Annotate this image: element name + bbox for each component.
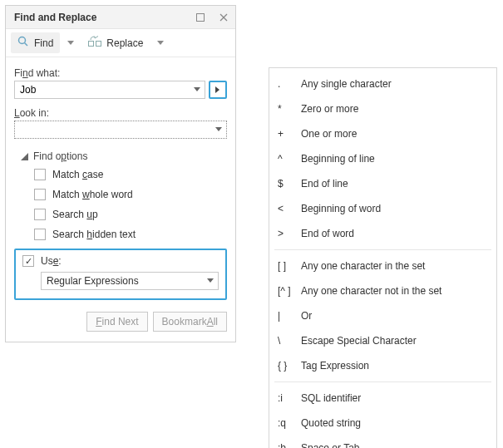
match-whole-word-checkbox[interactable] — [34, 189, 46, 200]
menu-item[interactable]: :bSpace or Tab — [269, 436, 496, 448]
look-in-combo[interactable] — [14, 121, 227, 139]
menu-symbol: ^ — [278, 153, 301, 165]
bookmark-all-button[interactable]: Bookmark All — [153, 312, 227, 332]
use-combo[interactable]: Regular Expressions — [41, 272, 219, 290]
dialog-title: Find and Replace — [14, 12, 189, 23]
tab-find-label: Find — [34, 37, 53, 49]
svg-marker-12 — [21, 153, 28, 160]
look-in-label: Look in: — [14, 107, 227, 119]
regex-helper-button[interactable] — [209, 81, 227, 99]
menu-symbol: | — [278, 310, 301, 322]
svg-marker-11 — [215, 127, 222, 131]
menu-separator — [274, 249, 491, 250]
use-label: Use: — [41, 255, 62, 267]
menu-label: End of line — [301, 178, 488, 190]
match-whole-word-row[interactable]: Match whole word — [34, 185, 227, 204]
search-hidden-text-row[interactable]: Search hidden text — [34, 225, 227, 244]
menu-label: Space or Tab — [301, 442, 488, 448]
menu-item[interactable]: ^Beginning of line — [269, 146, 496, 171]
svg-marker-13 — [207, 278, 214, 283]
menu-label: One or more — [301, 128, 488, 140]
menu-item[interactable]: <Beginning of word — [269, 196, 496, 221]
menu-item[interactable]: .Any single character — [269, 71, 496, 96]
find-options-label: Find options — [33, 150, 87, 162]
tab-replace[interactable]: Replace — [81, 32, 150, 53]
match-case-label: Match case — [52, 169, 103, 180]
menu-item[interactable]: |Or — [269, 303, 496, 328]
menu-label: Any one character in the set — [301, 260, 488, 272]
svg-marker-8 — [157, 41, 164, 45]
menu-item[interactable]: *Zero or more — [269, 96, 496, 121]
menu-label: Quoted string — [301, 417, 488, 429]
svg-marker-10 — [215, 86, 219, 93]
tab-find-dropdown[interactable] — [65, 33, 76, 53]
menu-item[interactable]: \Escape Special Character — [269, 328, 496, 353]
menu-symbol: < — [278, 203, 301, 214]
find-what-combo[interactable] — [14, 81, 205, 99]
menu-item[interactable]: :qQuoted string — [269, 411, 496, 436]
menu-symbol: + — [278, 128, 301, 140]
close-button[interactable] — [212, 6, 235, 29]
menu-label: Any one character not in the set — [301, 285, 488, 297]
menu-symbol: . — [278, 78, 301, 90]
find-options-header[interactable]: Find options — [21, 150, 227, 162]
search-hidden-text-label: Search hidden text — [52, 229, 136, 240]
use-group: Use: Regular Expressions — [14, 249, 227, 300]
menu-symbol: $ — [278, 178, 301, 190]
menu-label: End of word — [301, 228, 488, 239]
menu-separator — [274, 382, 491, 382]
search-up-row[interactable]: Search up — [34, 205, 227, 224]
dialog-body: Find what: Look in: — [6, 57, 235, 342]
tab-replace-label: Replace — [106, 37, 143, 49]
menu-symbol: * — [278, 103, 301, 115]
menu-item[interactable]: +One or more — [269, 121, 496, 146]
match-case-row[interactable]: Match case — [34, 165, 227, 184]
menu-label: SQL identifier — [301, 392, 488, 404]
find-what-input[interactable] — [20, 82, 188, 97]
menu-symbol: :b — [278, 442, 301, 448]
search-icon — [17, 36, 29, 50]
menu-symbol: [ ] — [278, 260, 301, 272]
svg-line-4 — [25, 43, 28, 47]
use-value: Regular Expressions — [47, 275, 139, 287]
menu-label: Beginning of line — [301, 153, 488, 165]
find-what-label: Find what: — [14, 67, 227, 79]
menu-symbol: :q — [278, 417, 301, 429]
tab-replace-dropdown[interactable] — [155, 33, 166, 53]
menu-item[interactable]: >End of word — [269, 221, 496, 246]
menu-label: Zero or more — [301, 103, 488, 115]
svg-rect-0 — [197, 13, 205, 21]
search-hidden-text-checkbox[interactable] — [34, 229, 46, 240]
menu-item[interactable]: [^ ]Any one character not in the set — [269, 278, 496, 303]
find-next-button[interactable]: Find Next — [86, 312, 147, 332]
find-what-dropdown[interactable] — [190, 81, 205, 98]
search-up-label: Search up — [52, 209, 98, 220]
replace-icon — [88, 36, 101, 50]
find-replace-dialog: Find and Replace Find Repla — [5, 5, 236, 342]
menu-item[interactable]: $End of line — [269, 171, 496, 196]
collapse-icon — [21, 153, 28, 160]
menu-symbol: [^ ] — [278, 285, 301, 297]
menu-symbol: :i — [278, 392, 301, 404]
look-in-dropdown[interactable] — [211, 121, 226, 138]
match-whole-word-label: Match whole word — [52, 189, 133, 200]
menu-label: Escape Special Character — [301, 335, 488, 347]
maximize-button[interactable] — [189, 6, 212, 29]
use-dropdown[interactable] — [203, 273, 218, 289]
menu-item[interactable]: { }Tag Expression — [269, 353, 496, 378]
menu-symbol: \ — [278, 335, 301, 347]
menu-item[interactable]: [ ]Any one character in the set — [269, 254, 496, 278]
look-in-input[interactable] — [20, 122, 210, 137]
menu-symbol: { } — [278, 360, 301, 372]
regex-helper-menu: .Any single character*Zero or more+One o… — [269, 67, 497, 448]
search-up-checkbox[interactable] — [34, 209, 46, 220]
titlebar: Find and Replace — [6, 6, 235, 29]
menu-label: Or — [301, 310, 488, 322]
menu-symbol: > — [278, 228, 301, 239]
use-checkbox[interactable] — [22, 255, 34, 267]
svg-rect-7 — [96, 42, 101, 47]
menu-item[interactable]: :iSQL identifier — [269, 386, 496, 411]
tab-bar: Find Replace — [6, 29, 235, 57]
tab-find[interactable]: Find — [11, 32, 60, 53]
match-case-checkbox[interactable] — [34, 169, 46, 180]
